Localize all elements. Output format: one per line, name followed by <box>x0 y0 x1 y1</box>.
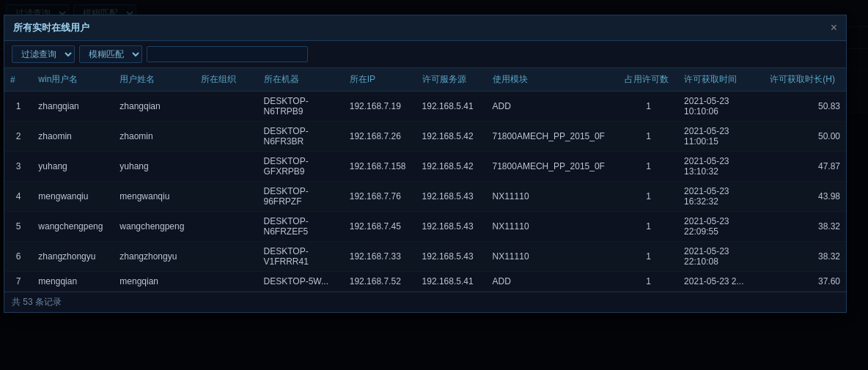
row-winuser: mengqian <box>32 272 114 292</box>
row-count: 1 <box>619 152 678 182</box>
modal-overlay: 所有实时在线用户 × 过滤查询 模糊匹配 # win用户名 用户姓名 所在组织 … <box>0 0 868 370</box>
row-ip: 192.168.7.26 <box>344 122 416 152</box>
row-duration: 38.32 <box>764 212 846 242</box>
col-server-header: 许可服务源 <box>416 68 487 92</box>
row-duration: 38.32 <box>764 242 846 272</box>
modal-footer: 共 53 条记录 <box>4 292 846 312</box>
row-username: mengqian <box>114 272 195 292</box>
detail-row: 7 mengqian mengqian DESKTOP-5W... 192.16… <box>4 272 846 292</box>
row-machine: DESKTOP-96FRPZF <box>258 182 344 212</box>
detail-row: 4 mengwanqiu mengwanqiu DESKTOP-96FRPZF … <box>4 182 846 212</box>
row-username: yuhang <box>114 152 195 182</box>
row-org <box>195 152 257 182</box>
detail-table: # win用户名 用户姓名 所在组织 所在机器 所在IP 许可服务源 使用模块 … <box>4 68 846 292</box>
modal-close-button[interactable]: × <box>831 22 837 34</box>
row-server: 192.168.5.43 <box>416 212 487 242</box>
col-username-header: 用户姓名 <box>114 68 195 92</box>
col-ip-header: 所在IP <box>344 68 416 92</box>
row-server: 192.168.5.41 <box>416 272 487 292</box>
row-duration: 47.87 <box>764 152 846 182</box>
row-num: 3 <box>4 152 32 182</box>
row-module: ADD <box>487 92 619 122</box>
row-module: NX11110 <box>487 242 619 272</box>
col-winuser-header: win用户名 <box>32 68 114 92</box>
row-num: 1 <box>4 92 32 122</box>
modal-title: 所有实时在线用户 <box>13 21 89 34</box>
row-count: 1 <box>619 92 678 122</box>
detail-row: 3 yuhang yuhang DESKTOP-GFXRPB9 192.168.… <box>4 152 846 182</box>
row-time: 2021-05-23 10:10:06 <box>678 92 764 122</box>
row-username: zhangzhongyu <box>114 242 195 272</box>
row-username: zhangqian <box>114 92 195 122</box>
row-ip: 192.168.7.52 <box>344 272 416 292</box>
row-count: 1 <box>619 272 678 292</box>
row-org <box>195 212 257 242</box>
row-module: ADD <box>487 272 619 292</box>
row-server: 192.168.5.41 <box>416 92 487 122</box>
modal-filter-select[interactable]: 过滤查询 <box>12 45 75 63</box>
row-winuser: zhaomin <box>32 122 114 152</box>
row-username: mengwanqiu <box>114 182 195 212</box>
row-ip: 192.168.7.33 <box>344 242 416 272</box>
row-ip: 192.168.7.158 <box>344 152 416 182</box>
row-winuser: zhangzhongyu <box>32 242 114 272</box>
row-time: 2021-05-23 22:10:08 <box>678 242 764 272</box>
row-server: 192.168.5.43 <box>416 242 487 272</box>
row-winuser: yuhang <box>32 152 114 182</box>
row-time: 2021-05-23 2... <box>678 272 764 292</box>
row-machine: DESKTOP-V1FRRR41 <box>258 242 344 272</box>
row-module: 71800AMECH_PP_2015_0F <box>487 122 619 152</box>
row-num: 5 <box>4 212 32 242</box>
row-count: 1 <box>619 242 678 272</box>
row-ip: 192.168.7.19 <box>344 92 416 122</box>
row-username: zhaomin <box>114 122 195 152</box>
row-server: 192.168.5.43 <box>416 182 487 212</box>
detail-row: 6 zhangzhongyu zhangzhongyu DESKTOP-V1FR… <box>4 242 846 272</box>
row-count: 1 <box>619 182 678 212</box>
row-org <box>195 272 257 292</box>
row-ip: 192.168.7.76 <box>344 182 416 212</box>
row-duration: 50.83 <box>764 92 846 122</box>
row-module: NX11110 <box>487 182 619 212</box>
row-duration: 37.60 <box>764 272 846 292</box>
row-machine: DESKTOP-5W... <box>258 272 344 292</box>
modal-filter-bar: 过滤查询 模糊匹配 <box>4 41 846 68</box>
row-ip: 192.168.7.45 <box>344 212 416 242</box>
col-num-header: # <box>4 68 32 92</box>
row-num: 4 <box>4 182 32 212</box>
detail-row: 2 zhaomin zhaomin DESKTOP-N6FR3BR 192.16… <box>4 122 846 152</box>
modal-match-select[interactable]: 模糊匹配 <box>79 45 142 63</box>
row-module: 71800AMECH_PP_2015_0F <box>487 152 619 182</box>
row-machine: DESKTOP-N6FR3BR <box>258 122 344 152</box>
row-server: 192.168.5.42 <box>416 152 487 182</box>
user-modal: 所有实时在线用户 × 过滤查询 模糊匹配 # win用户名 用户姓名 所在组织 … <box>4 15 847 313</box>
row-org <box>195 182 257 212</box>
row-org <box>195 122 257 152</box>
row-count: 1 <box>619 122 678 152</box>
row-server: 192.168.5.42 <box>416 122 487 152</box>
col-module-header: 使用模块 <box>487 68 619 92</box>
row-org <box>195 92 257 122</box>
col-count-header: 占用许可数 <box>619 68 678 92</box>
row-module: NX11110 <box>487 212 619 242</box>
row-duration: 43.98 <box>764 182 846 212</box>
row-num: 6 <box>4 242 32 272</box>
row-machine: DESKTOP-N6TRPB9 <box>258 92 344 122</box>
col-machine-header: 所在机器 <box>258 68 344 92</box>
row-time: 2021-05-23 16:32:32 <box>678 182 764 212</box>
row-username: wangchengpeng <box>114 212 195 242</box>
row-time: 2021-05-23 11:00:15 <box>678 122 764 152</box>
row-num: 7 <box>4 272 32 292</box>
detail-header-row: # win用户名 用户姓名 所在组织 所在机器 所在IP 许可服务源 使用模块 … <box>4 68 846 92</box>
row-winuser: mengwanqiu <box>32 182 114 212</box>
row-machine: DESKTOP-N6FRZEF5 <box>258 212 344 242</box>
modal-header: 所有实时在线用户 × <box>4 15 846 41</box>
row-count: 1 <box>619 212 678 242</box>
row-winuser: zhangqian <box>32 92 114 122</box>
col-time-header: 许可获取时间 <box>678 68 764 92</box>
record-count: 共 53 条记录 <box>12 297 62 307</box>
row-duration: 50.00 <box>764 122 846 152</box>
row-time: 2021-05-23 22:09:55 <box>678 212 764 242</box>
modal-search-input[interactable] <box>147 46 308 62</box>
detail-row: 1 zhangqian zhangqian DESKTOP-N6TRPB9 19… <box>4 92 846 122</box>
